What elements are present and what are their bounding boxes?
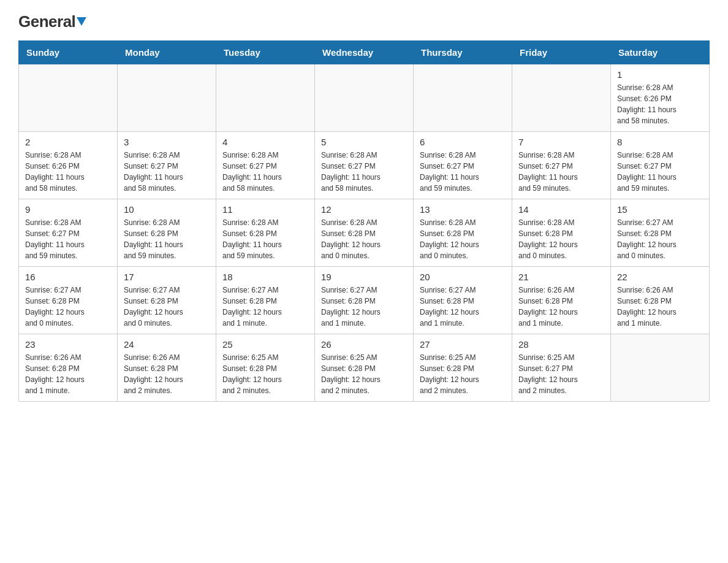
day-info: Sunrise: 6:28 AM Sunset: 6:28 PM Dayligh… bbox=[222, 217, 308, 261]
table-row: 22Sunrise: 6:26 AM Sunset: 6:28 PM Dayli… bbox=[611, 267, 710, 334]
day-number: 10 bbox=[124, 204, 210, 215]
day-info: Sunrise: 6:28 AM Sunset: 6:27 PM Dayligh… bbox=[222, 150, 308, 194]
day-info: Sunrise: 6:27 AM Sunset: 6:28 PM Dayligh… bbox=[25, 285, 111, 329]
table-row: 16Sunrise: 6:27 AM Sunset: 6:28 PM Dayli… bbox=[19, 267, 118, 334]
day-number: 26 bbox=[321, 339, 407, 350]
day-info: Sunrise: 6:27 AM Sunset: 6:28 PM Dayligh… bbox=[124, 285, 210, 329]
table-row: 20Sunrise: 6:27 AM Sunset: 6:28 PM Dayli… bbox=[414, 267, 512, 334]
table-row: 27Sunrise: 6:25 AM Sunset: 6:28 PM Dayli… bbox=[414, 334, 512, 402]
table-row: 24Sunrise: 6:26 AM Sunset: 6:28 PM Dayli… bbox=[118, 334, 216, 402]
table-row: 19Sunrise: 6:27 AM Sunset: 6:28 PM Dayli… bbox=[315, 267, 414, 334]
table-row bbox=[512, 64, 611, 132]
day-number: 8 bbox=[617, 137, 703, 147]
day-info: Sunrise: 6:26 AM Sunset: 6:28 PM Dayligh… bbox=[25, 352, 111, 396]
day-info: Sunrise: 6:26 AM Sunset: 6:28 PM Dayligh… bbox=[124, 352, 210, 396]
day-info: Sunrise: 6:25 AM Sunset: 6:27 PM Dayligh… bbox=[518, 352, 604, 396]
day-number: 15 bbox=[617, 204, 703, 215]
col-sunday: Sunday bbox=[19, 41, 118, 64]
day-number: 25 bbox=[222, 339, 308, 350]
logo: General bbox=[18, 12, 86, 28]
day-number: 17 bbox=[124, 272, 210, 282]
table-row: 18Sunrise: 6:27 AM Sunset: 6:28 PM Dayli… bbox=[216, 267, 315, 334]
day-info: Sunrise: 6:25 AM Sunset: 6:28 PM Dayligh… bbox=[222, 352, 308, 396]
table-row: 8Sunrise: 6:28 AM Sunset: 6:27 PM Daylig… bbox=[611, 132, 710, 199]
table-row: 7Sunrise: 6:28 AM Sunset: 6:27 PM Daylig… bbox=[512, 132, 611, 199]
table-row: 3Sunrise: 6:28 AM Sunset: 6:27 PM Daylig… bbox=[118, 132, 216, 199]
table-row: 25Sunrise: 6:25 AM Sunset: 6:28 PM Dayli… bbox=[216, 334, 315, 402]
day-info: Sunrise: 6:28 AM Sunset: 6:27 PM Dayligh… bbox=[124, 150, 210, 194]
day-number: 3 bbox=[124, 137, 210, 147]
calendar-week-row: 9Sunrise: 6:28 AM Sunset: 6:27 PM Daylig… bbox=[19, 199, 710, 267]
day-info: Sunrise: 6:25 AM Sunset: 6:28 PM Dayligh… bbox=[420, 352, 506, 396]
calendar-week-row: 1Sunrise: 6:28 AM Sunset: 6:26 PM Daylig… bbox=[19, 64, 710, 132]
day-info: Sunrise: 6:28 AM Sunset: 6:27 PM Dayligh… bbox=[25, 217, 111, 261]
day-number: 13 bbox=[420, 204, 506, 215]
day-number: 6 bbox=[420, 137, 506, 147]
table-row bbox=[414, 64, 512, 132]
day-number: 18 bbox=[222, 272, 308, 282]
day-info: Sunrise: 6:27 AM Sunset: 6:28 PM Dayligh… bbox=[420, 285, 506, 329]
table-row: 14Sunrise: 6:28 AM Sunset: 6:28 PM Dayli… bbox=[512, 199, 611, 267]
day-number: 14 bbox=[518, 204, 604, 215]
day-info: Sunrise: 6:28 AM Sunset: 6:26 PM Dayligh… bbox=[617, 82, 703, 126]
table-row: 1Sunrise: 6:28 AM Sunset: 6:26 PM Daylig… bbox=[611, 64, 710, 132]
calendar-table: Sunday Monday Tuesday Wednesday Thursday… bbox=[18, 40, 710, 402]
day-number: 16 bbox=[25, 272, 111, 282]
day-info: Sunrise: 6:28 AM Sunset: 6:28 PM Dayligh… bbox=[518, 217, 604, 261]
col-tuesday: Tuesday bbox=[216, 41, 315, 64]
day-number: 5 bbox=[321, 137, 407, 147]
day-info: Sunrise: 6:28 AM Sunset: 6:27 PM Dayligh… bbox=[321, 150, 407, 194]
day-number: 20 bbox=[420, 272, 506, 282]
day-number: 27 bbox=[420, 339, 506, 350]
table-row: 21Sunrise: 6:26 AM Sunset: 6:28 PM Dayli… bbox=[512, 267, 611, 334]
day-number: 1 bbox=[617, 69, 703, 80]
day-info: Sunrise: 6:27 AM Sunset: 6:28 PM Dayligh… bbox=[222, 285, 308, 329]
table-row: 6Sunrise: 6:28 AM Sunset: 6:27 PM Daylig… bbox=[414, 132, 512, 199]
table-row: 10Sunrise: 6:28 AM Sunset: 6:28 PM Dayli… bbox=[118, 199, 216, 267]
col-wednesday: Wednesday bbox=[315, 41, 414, 64]
day-number: 19 bbox=[321, 272, 407, 282]
table-row: 4Sunrise: 6:28 AM Sunset: 6:27 PM Daylig… bbox=[216, 132, 315, 199]
table-row bbox=[118, 64, 216, 132]
calendar-header-row: Sunday Monday Tuesday Wednesday Thursday… bbox=[19, 41, 710, 64]
day-info: Sunrise: 6:26 AM Sunset: 6:28 PM Dayligh… bbox=[617, 285, 703, 329]
table-row bbox=[19, 64, 118, 132]
col-saturday: Saturday bbox=[611, 41, 710, 64]
table-row bbox=[315, 64, 414, 132]
day-number: 24 bbox=[124, 339, 210, 350]
calendar-week-row: 2Sunrise: 6:28 AM Sunset: 6:26 PM Daylig… bbox=[19, 132, 710, 199]
day-info: Sunrise: 6:25 AM Sunset: 6:28 PM Dayligh… bbox=[321, 352, 407, 396]
table-row: 11Sunrise: 6:28 AM Sunset: 6:28 PM Dayli… bbox=[216, 199, 315, 267]
table-row bbox=[216, 64, 315, 132]
day-number: 28 bbox=[518, 339, 604, 350]
day-number: 9 bbox=[25, 204, 111, 215]
day-info: Sunrise: 6:26 AM Sunset: 6:28 PM Dayligh… bbox=[518, 285, 604, 329]
calendar-week-row: 23Sunrise: 6:26 AM Sunset: 6:28 PM Dayli… bbox=[19, 334, 710, 402]
col-friday: Friday bbox=[512, 41, 611, 64]
table-row: 15Sunrise: 6:27 AM Sunset: 6:28 PM Dayli… bbox=[611, 199, 710, 267]
day-info: Sunrise: 6:28 AM Sunset: 6:27 PM Dayligh… bbox=[617, 150, 703, 194]
day-info: Sunrise: 6:28 AM Sunset: 6:28 PM Dayligh… bbox=[420, 217, 506, 261]
table-row: 23Sunrise: 6:26 AM Sunset: 6:28 PM Dayli… bbox=[19, 334, 118, 402]
logo-text: General bbox=[18, 12, 86, 31]
day-info: Sunrise: 6:27 AM Sunset: 6:28 PM Dayligh… bbox=[321, 285, 407, 329]
table-row: 28Sunrise: 6:25 AM Sunset: 6:27 PM Dayli… bbox=[512, 334, 611, 402]
page-header: General bbox=[18, 12, 710, 28]
day-number: 7 bbox=[518, 137, 604, 147]
day-number: 12 bbox=[321, 204, 407, 215]
table-row: 26Sunrise: 6:25 AM Sunset: 6:28 PM Dayli… bbox=[315, 334, 414, 402]
col-monday: Monday bbox=[118, 41, 216, 64]
table-row: 5Sunrise: 6:28 AM Sunset: 6:27 PM Daylig… bbox=[315, 132, 414, 199]
day-info: Sunrise: 6:28 AM Sunset: 6:27 PM Dayligh… bbox=[420, 150, 506, 194]
table-row: 2Sunrise: 6:28 AM Sunset: 6:26 PM Daylig… bbox=[19, 132, 118, 199]
day-info: Sunrise: 6:27 AM Sunset: 6:28 PM Dayligh… bbox=[617, 217, 703, 261]
table-row: 9Sunrise: 6:28 AM Sunset: 6:27 PM Daylig… bbox=[19, 199, 118, 267]
day-number: 2 bbox=[25, 137, 111, 147]
day-number: 11 bbox=[222, 204, 308, 215]
table-row bbox=[611, 334, 710, 402]
day-info: Sunrise: 6:28 AM Sunset: 6:28 PM Dayligh… bbox=[321, 217, 407, 261]
table-row: 12Sunrise: 6:28 AM Sunset: 6:28 PM Dayli… bbox=[315, 199, 414, 267]
table-row: 17Sunrise: 6:27 AM Sunset: 6:28 PM Dayli… bbox=[118, 267, 216, 334]
day-number: 4 bbox=[222, 137, 308, 147]
day-number: 22 bbox=[617, 272, 703, 282]
